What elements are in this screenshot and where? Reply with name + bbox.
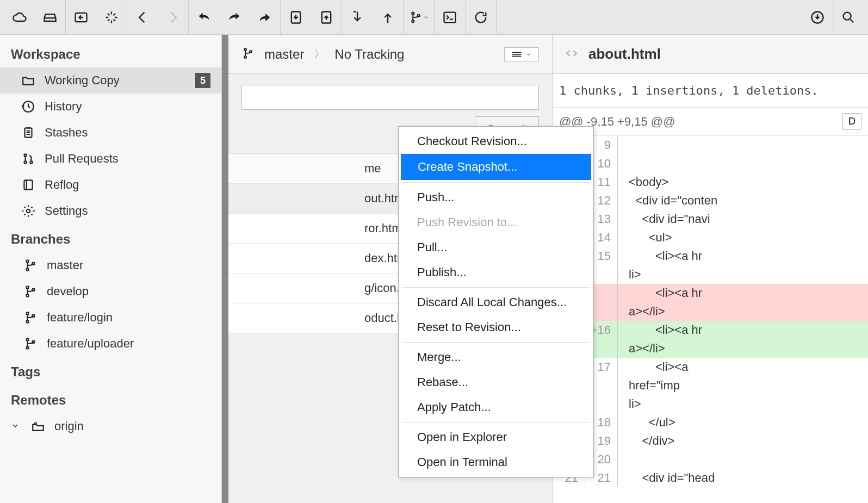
menu-separator — [402, 422, 590, 423]
diff-line[interactable]: 1414 <ul> — [553, 228, 868, 247]
svg-point-3 — [412, 12, 414, 14]
diff-line[interactable]: 2121 <div id="head — [553, 469, 868, 487]
diff-line[interactable]: 2020 — [553, 450, 868, 469]
menu-item[interactable]: Reset to Revision... — [401, 315, 591, 340]
section-tags: Tags — [0, 357, 221, 385]
diff-code: li> — [618, 395, 868, 413]
menu-item[interactable]: Apply Patch... — [401, 395, 591, 420]
menu-item[interactable]: Pull... — [401, 235, 591, 260]
pull-icon[interactable] — [348, 8, 367, 27]
svg-point-12 — [30, 161, 32, 163]
sidebar-item-reflog[interactable]: Reflog — [0, 172, 221, 198]
branch-icon — [23, 284, 38, 299]
sidebar-item-label: History — [45, 100, 82, 114]
diff-line[interactable]: 1515 <li><a hr — [553, 247, 868, 265]
diff-line[interactable]: 1111<body> — [553, 173, 868, 191]
diff-code: <li><a hr — [618, 247, 868, 265]
diff-line[interactable]: 1212 <div id="conten — [553, 191, 868, 210]
diff-body[interactable]: 9910101111<body>1212 <div id="conten1313… — [553, 136, 868, 503]
branch-icon — [23, 310, 38, 325]
sidebar-item-label: Working Copy — [45, 73, 120, 88]
back-icon[interactable] — [133, 8, 152, 27]
sidebar-item-pull-requests[interactable]: Pull Requests — [0, 146, 221, 172]
sidebar-item-history[interactable]: History — [0, 94, 221, 120]
svg-point-28 — [244, 56, 246, 58]
diff-code: </ul> — [618, 413, 868, 432]
download-icon[interactable] — [808, 8, 827, 27]
branch-label: master — [47, 258, 83, 272]
commit-message-input[interactable] — [241, 85, 539, 110]
sidebar-item-label: Stashes — [45, 126, 88, 140]
sidebar-item-stashes[interactable]: Stashes — [0, 120, 221, 146]
menu-item[interactable]: Merge... — [401, 345, 591, 370]
diff-line[interactable]: 1313 <div id="navi — [553, 210, 868, 228]
diff-line[interactable]: 1010 — [553, 154, 868, 173]
diff-code: <div id="navi — [618, 210, 868, 228]
terminal-icon[interactable] — [440, 8, 460, 27]
disk-icon[interactable] — [40, 8, 60, 27]
menu-item[interactable]: Open in Terminal — [401, 450, 591, 475]
svg-point-21 — [26, 312, 28, 314]
diff-code: <ul> — [618, 228, 868, 247]
collapse-icon[interactable] — [71, 8, 91, 27]
menu-separator — [402, 287, 590, 288]
branch-master[interactable]: master — [0, 252, 221, 278]
graph-gutter — [222, 35, 228, 503]
menu-item[interactable]: Publish... — [401, 260, 591, 285]
svg-point-11 — [24, 161, 26, 163]
menu-item[interactable]: Discard All Local Changes... — [401, 290, 591, 315]
menu-separator — [402, 182, 590, 183]
branch-icon — [241, 47, 255, 62]
diff-line[interactable]: 1818 </ul> — [553, 413, 868, 432]
diff-line[interactable]: 1919 </div> — [553, 432, 868, 450]
search-icon[interactable] — [839, 8, 858, 27]
refresh-icon[interactable] — [471, 8, 491, 27]
forward-icon[interactable] — [163, 8, 183, 27]
view-options-button[interactable] — [504, 47, 539, 61]
chevron-down-icon — [11, 419, 20, 433]
diff-line[interactable]: +16 <li><a hr — [553, 321, 868, 339]
push-icon[interactable] — [378, 8, 398, 27]
diff-code — [618, 154, 868, 173]
menu-item[interactable]: Rebase... — [401, 370, 591, 395]
cloud-icon[interactable] — [10, 8, 29, 27]
diff-code: li> — [618, 265, 868, 284]
svg-point-22 — [26, 320, 28, 322]
diff-code: <li><a hr — [618, 321, 868, 339]
svg-point-27 — [244, 48, 246, 51]
branch-feature-login[interactable]: feature/login — [0, 305, 221, 331]
breadcrumb-branch[interactable]: master — [264, 47, 304, 62]
branch-develop[interactable]: develop — [0, 278, 221, 305]
menu-item[interactable]: Checkout Revision... — [401, 129, 591, 154]
sidebar-item-working-copy[interactable]: Working Copy 5 — [0, 67, 221, 94]
menu-item[interactable]: Open in Explorer — [401, 425, 591, 450]
diff-code: a></li> — [618, 302, 868, 321]
diff-code: </div> — [618, 432, 868, 450]
redo-icon[interactable] — [225, 8, 244, 27]
stash-pop-icon[interactable] — [317, 8, 336, 27]
menu-item[interactable]: Push... — [401, 185, 591, 210]
undo-icon[interactable] — [194, 8, 214, 27]
hunk-button[interactable]: D — [842, 113, 861, 130]
diff-line[interactable]: li> — [553, 265, 868, 284]
diff-line[interactable]: a></li> — [553, 302, 868, 321]
branch-feature-uploader[interactable]: feature/uploader — [0, 331, 221, 357]
stash-push-icon[interactable] — [286, 8, 306, 27]
diff-line[interactable]: li> — [553, 395, 868, 413]
menu-item[interactable]: Create Snapshot... — [401, 154, 591, 180]
jump-icon[interactable] — [255, 8, 275, 27]
sparkle-icon[interactable] — [102, 8, 121, 27]
diff-code: <li><a — [618, 358, 868, 376]
sidebar-item-label: Settings — [45, 204, 88, 218]
remote-origin[interactable]: origin — [0, 413, 221, 439]
diff-line[interactable]: 1717 <li><a — [553, 358, 868, 376]
diff-line[interactable]: -16 <li><a hr — [553, 284, 868, 302]
diff-line[interactable]: a></li> — [553, 339, 868, 358]
section-branches: Branches — [0, 224, 221, 252]
breadcrumb-tracking[interactable]: No Tracking — [334, 47, 404, 62]
branch-graph-icon[interactable] — [409, 8, 429, 27]
diff-line[interactable]: href="imp — [553, 376, 868, 395]
sidebar-item-settings[interactable]: Settings — [0, 198, 221, 224]
clipboard-icon — [21, 125, 36, 140]
diff-line[interactable]: 99 — [553, 136, 868, 154]
